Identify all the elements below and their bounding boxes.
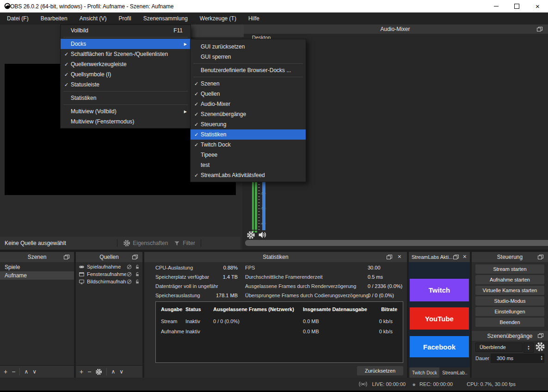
menu-bearbeiten[interactable]: Bearbeiten [35, 12, 74, 24]
submenu-item-gui-sperren[interactable]: GUI sperren [191, 52, 306, 62]
speaker-icon[interactable] [257, 230, 267, 240]
eye-slash-icon[interactable] [126, 264, 132, 270]
properties-button[interactable]: Eigenschaften [123, 239, 168, 247]
remove-source-button[interactable]: − [87, 368, 91, 375]
menu-separator [63, 37, 188, 37]
submenu-item-twitch-dock[interactable]: ✓ Twitch Dock [191, 140, 306, 150]
submenu-item-gui-zuruecksetzen[interactable]: GUI zurücksetzen [191, 42, 306, 52]
menu-item-quellsymbole[interactable]: ✓ Quellsymbole (I) [61, 69, 191, 80]
source-item[interactable]: Bildschirmaufnahme [76, 278, 142, 285]
popout-icon[interactable] [538, 255, 543, 259]
lock-open-icon[interactable] [135, 271, 140, 277]
audio-mixer-header[interactable]: Audio-Mixer [242, 24, 548, 34]
mixer-gear-icon[interactable] [246, 231, 255, 239]
menu-hilfe[interactable]: Hilfe [242, 12, 265, 24]
youtube-login-button[interactable]: YouTube [410, 307, 469, 330]
submenu-item-streamlabs-feed[interactable]: ✓ StreamLabs Aktivitätsfeed [191, 170, 306, 180]
duration-spinner[interactable]: ▴ ▾ [541, 355, 542, 361]
shortcut-label: F11 [173, 27, 183, 34]
menu-item-docks[interactable]: Docks ▶ [61, 39, 191, 49]
add-scene-button[interactable]: + [4, 368, 7, 375]
blank-dock-header [190, 24, 244, 37]
game-capture-icon [79, 264, 85, 270]
popout-icon[interactable] [453, 255, 459, 259]
menu-szenensammlung[interactable]: Szenensammlung [137, 12, 194, 24]
spin-down-icon[interactable]: ▾ [528, 348, 530, 350]
close-dock-icon[interactable]: × [463, 253, 467, 260]
duration-label: Dauer [475, 355, 489, 361]
remove-scene-button[interactable]: − [12, 368, 15, 375]
submenu-item-quellen[interactable]: ✓ Quellen [191, 89, 306, 99]
menu-item-multiview-fenstermodus[interactable]: Multiview (Fenstermodus) [61, 116, 191, 127]
menu-item-statistiken[interactable]: Statistiken [61, 93, 191, 103]
menu-profil[interactable]: Profil [112, 12, 137, 24]
eye-slash-icon[interactable] [126, 271, 132, 277]
scenes-header[interactable]: Szenen [0, 252, 74, 262]
twitch-login-button[interactable]: Twitch [410, 279, 469, 301]
tab-twitch-dock[interactable]: Twitch Dock [410, 368, 439, 378]
submenu-item-steuerung[interactable]: ✓ Steuerung [191, 119, 306, 129]
popout-icon[interactable] [538, 333, 543, 338]
transition-select[interactable]: Überblende [475, 343, 523, 352]
scene-item-selected[interactable]: Aufname [0, 271, 74, 280]
submenu-item-szenen[interactable]: ✓ Szenen [191, 79, 306, 89]
menu-item-statusleiste[interactable]: ✓ Statusleiste [61, 80, 191, 90]
submenu-item-tipeee[interactable]: Tipeee [191, 150, 306, 160]
popout-icon[interactable] [387, 255, 392, 259]
menu-ansicht[interactable]: Ansicht (V) [74, 12, 113, 24]
submenu-item-test[interactable]: test [191, 160, 306, 170]
maximize-button[interactable] [506, 0, 527, 12]
popout-icon[interactable] [132, 255, 138, 259]
start-virtual-camera-button[interactable]: Virtuelle Kamera starten [475, 286, 544, 295]
menu-item-vollbild[interactable]: Vollbild F11 [61, 25, 191, 36]
submenu-item-browser-docks[interactable]: Benutzerdefinierte Browser-Docks ... [191, 65, 306, 75]
settings-button[interactable]: Einstellungen [475, 307, 544, 316]
streamlabs-header[interactable]: StreamLabs Akti... × [409, 252, 470, 262]
lock-open-icon[interactable] [135, 279, 140, 285]
source-name: Spielaufnahme [87, 264, 126, 270]
move-scene-up-button[interactable]: ∧ [24, 368, 28, 375]
duration-input[interactable]: 300 ms ▴ ▾ [491, 354, 544, 363]
close-dock-icon[interactable]: × [398, 253, 401, 260]
move-source-down-button[interactable]: ∨ [119, 368, 123, 375]
add-source-button[interactable]: + [80, 368, 83, 375]
popout-icon[interactable] [64, 255, 69, 259]
eye-slash-icon[interactable] [126, 279, 132, 285]
sources-header[interactable]: Quellen [76, 252, 142, 262]
submenu-item-statistiken[interactable]: ✓ Statistiken [191, 129, 306, 140]
mixer-scrollbar[interactable] [245, 240, 548, 246]
exit-button[interactable]: Beenden [475, 318, 544, 327]
studio-mode-button[interactable]: Studio-Modus [475, 296, 544, 306]
controls-header[interactable]: Steuerung [472, 252, 548, 262]
close-button[interactable]: × [527, 0, 548, 12]
scene-item[interactable]: Spiele [0, 263, 74, 271]
submenu-item-szenenuebergaenge[interactable]: ✓ Szenenübergänge [191, 109, 306, 119]
transition-spinner[interactable]: ▴ ▾ [523, 343, 534, 353]
source-properties-gear-icon[interactable] [95, 368, 102, 375]
facebook-login-button[interactable]: Facebook [410, 336, 469, 357]
filters-button[interactable]: Filter [173, 240, 195, 247]
stats-header[interactable]: Statistiken × [144, 252, 407, 262]
reset-button[interactable]: Zurücksetzen [357, 366, 403, 375]
start-recording-button[interactable]: Aufnahme starten [475, 275, 544, 284]
source-item[interactable]: Spielaufnahme [76, 263, 142, 270]
popout-icon[interactable] [537, 27, 542, 31]
menu-werkzeuge[interactable]: Werkzeuge (T) [194, 12, 242, 24]
transition-gear-icon[interactable] [535, 342, 545, 352]
minimize-button[interactable] [486, 0, 506, 12]
transitions-header[interactable]: Szenenübergänge [472, 331, 548, 341]
transitions-title: Szenenübergänge [487, 333, 532, 339]
start-streaming-button[interactable]: Stream starten [475, 264, 544, 274]
menu-item-multiview-vollbild[interactable]: Multiview (Vollbild) ▶ [61, 106, 191, 116]
tab-streamlabs[interactable]: StreamLab.. [441, 368, 469, 378]
submenu-item-audio-mixer[interactable]: ✓ Audio-Mixer [191, 99, 306, 109]
move-source-up-button[interactable]: ∧ [111, 368, 115, 375]
menu-datei[interactable]: Datei (F) [1, 12, 35, 24]
lock-open-icon[interactable] [135, 264, 140, 270]
menu-item-quellenwerkzeugleiste[interactable]: ✓ Quellenwerkzeugleiste [61, 59, 191, 69]
source-item[interactable]: Fensteraufnahme [76, 270, 142, 278]
stat-value: 1.4 TB [200, 274, 238, 280]
menu-item-schaltflaechen[interactable]: ✓ Schaltflächen für Szenen-/Quellenliste… [61, 49, 191, 59]
scenes-toolbar: + − ∧ ∨ [0, 365, 74, 378]
move-scene-down-button[interactable]: ∨ [32, 368, 37, 375]
